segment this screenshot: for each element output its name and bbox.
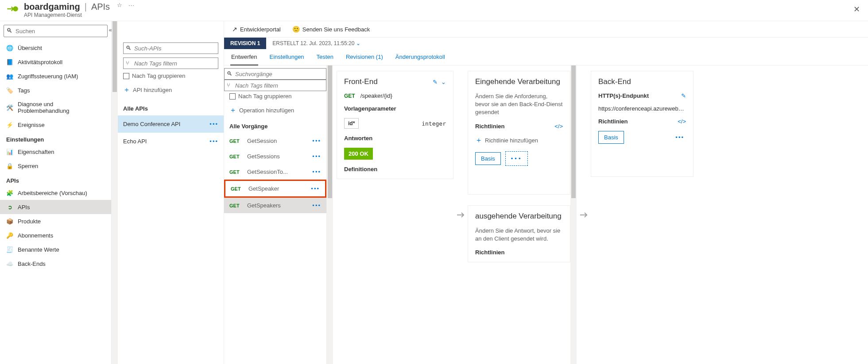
add-operation-button[interactable]: ＋Operation hinzufügen — [224, 101, 326, 119]
tag-icon: 🏷️ — [6, 87, 13, 94]
developer-portal-link[interactable]: ↗Entwicklerportal — [232, 26, 281, 33]
http-method: GET — [231, 186, 244, 192]
tab-changelog[interactable]: Änderungsprotokoll — [395, 49, 446, 65]
ops-group-by-tag-checkbox[interactable]: Nach Tag gruppieren — [224, 91, 326, 101]
revision-badge[interactable]: REVISION 1 — [224, 38, 266, 49]
nav-label: Sperren — [18, 163, 38, 169]
nav-section-settings: Einstellungen — [0, 132, 111, 145]
http-method: GET — [344, 93, 355, 99]
favorite-icon[interactable]: ☆ — [117, 2, 122, 8]
sidebar-scrollbar[interactable] — [112, 21, 118, 364]
nav-products[interactable]: 📦Produkte — [0, 214, 111, 228]
overflow-icon[interactable]: ··· — [128, 2, 135, 8]
code-icon[interactable]: </> — [678, 118, 686, 125]
lock-icon: 🔒 — [6, 162, 13, 169]
key-icon: 🔑 — [6, 232, 13, 239]
sliders-icon: 📊 — [6, 148, 13, 155]
nav-tags[interactable]: 🏷️Tags — [0, 83, 111, 97]
nav-overview[interactable]: 🌐Übersicht — [0, 41, 111, 55]
card-frontend: Front-End ✎ ⌄ GET/speaker/{id} Vorlagenp… — [337, 71, 453, 179]
basis-chip[interactable]: Basis — [475, 152, 501, 165]
more-icon[interactable]: ••• — [674, 134, 686, 141]
nav-events[interactable]: ⚡Ereignisse — [0, 118, 111, 132]
http-method: GET — [229, 138, 243, 144]
ops-scrollbar[interactable] — [327, 65, 333, 364]
more-icon[interactable]: ••• — [311, 185, 320, 192]
api-item-demo-conference[interactable]: Demo Conference API••• — [118, 115, 224, 133]
endpoint-label: HTTP(s)-Endpunkt — [598, 92, 649, 99]
op-name: GetSessions — [247, 153, 308, 160]
tab-design[interactable]: Entwerfen — [230, 49, 258, 65]
nav-properties[interactable]: 📊Eigenschaften — [0, 145, 111, 159]
group-by-tag-checkbox[interactable]: Nach Tag gruppieren — [118, 71, 224, 81]
frontend-title: Front-End — [344, 77, 378, 86]
edit-icon[interactable]: ✎ — [681, 92, 686, 99]
inbound-scrollbar[interactable] — [570, 65, 577, 364]
nav-workspaces[interactable]: 🧩Arbeitsbereiche (Vorschau) — [0, 186, 111, 200]
more-icon[interactable]: ••• — [312, 202, 321, 209]
api-name: Demo Conference API — [123, 121, 180, 127]
response-200-badge: 200 OK — [344, 148, 373, 160]
api-item-echo[interactable]: Echo API••• — [118, 133, 224, 150]
flow-arrow-icon — [453, 65, 468, 364]
op-getsessiontopics[interactable]: GETGetSessionTo...••• — [224, 164, 326, 180]
bolt-icon: ⚡ — [6, 121, 13, 128]
api-search-input[interactable] — [123, 42, 218, 54]
op-getsession[interactable]: GETGetSession••• — [224, 133, 326, 149]
nav-label: Zugriffssteuerung (IAM) — [18, 73, 78, 80]
wrench-icon: 🛠️ — [6, 104, 13, 111]
param-type: integer — [422, 120, 446, 127]
all-apis-heading[interactable]: Alle APIs — [118, 99, 224, 115]
add-policy-button[interactable]: ＋Richtlinie hinzufügen — [475, 136, 563, 145]
inbound-title: Eingehende Verarbeitung — [475, 77, 560, 86]
card-backend: Back-End HTTP(s)-Endpunkt ✎ https://conf… — [591, 71, 694, 177]
nav-label: Produkte — [18, 218, 41, 225]
plus-icon: ＋ — [475, 136, 482, 145]
inbound-desc: Ändern Sie die Anforderung, bevor sie an… — [475, 92, 563, 117]
more-icon[interactable]: ••• — [312, 138, 321, 144]
nav-label: Aktivitätsprotokoll — [18, 59, 62, 65]
tab-revisions[interactable]: Revisionen (1) — [345, 49, 384, 65]
op-getspeaker[interactable]: GETGetSpeaker••• — [224, 180, 326, 198]
operations-tag-filter-input[interactable] — [224, 80, 326, 91]
chevron-down-icon[interactable]: ⌄ — [356, 40, 360, 46]
nav-diagnose[interactable]: 🛠️Diagnose und Problembehandlung — [0, 97, 111, 118]
edit-icon[interactable]: ✎ — [433, 79, 438, 85]
close-icon[interactable]: ✕ — [851, 2, 863, 17]
param-id-chip: id* — [344, 118, 359, 129]
table-icon: 🧾 — [6, 246, 13, 253]
more-icon[interactable]: ••• — [209, 121, 218, 127]
checkbox-icon — [123, 73, 129, 79]
more-icon[interactable]: ••• — [312, 153, 321, 160]
chevron-down-icon[interactable]: ⌄ — [441, 79, 446, 85]
api-tag-filter-input[interactable] — [123, 57, 218, 69]
backend-title: Back-End — [598, 77, 631, 86]
http-method: GET — [229, 169, 243, 175]
nav-access-control[interactable]: 👥Zugriffssteuerung (IAM) — [0, 69, 111, 83]
more-chip[interactable]: ••• — [505, 151, 528, 166]
nav-backends[interactable]: ☁️Back-Ends — [0, 257, 111, 271]
revision-created-label: ERSTELLT 12. Jul. 2023, 11:55:20 — [272, 40, 354, 46]
sidebar-search-input[interactable] — [4, 25, 108, 37]
nav-named-values[interactable]: 🧾Benannte Werte — [0, 242, 111, 257]
service-name: boardgaming — [24, 2, 80, 12]
add-api-button[interactable]: ＋API hinzufügen — [118, 81, 224, 99]
all-operations-heading[interactable]: Alle Vorgänge — [224, 119, 326, 133]
tab-test[interactable]: Testen — [316, 49, 334, 65]
nav-locks[interactable]: 🔒Sperren — [0, 159, 111, 173]
nav-subscriptions[interactable]: 🔑Abonnements — [0, 228, 111, 242]
op-getspeakers[interactable]: GETGetSpeakers••• — [224, 198, 326, 213]
tab-settings[interactable]: Einstellungen — [269, 49, 305, 65]
feedback-link[interactable]: 🙂Senden Sie uns Feedback — [292, 26, 370, 33]
more-icon[interactable]: ••• — [209, 138, 218, 145]
plus-icon: ＋ — [229, 106, 236, 115]
code-icon[interactable]: </> — [554, 123, 563, 130]
more-icon[interactable]: ••• — [312, 169, 321, 175]
search-icon: 🔍︎ — [6, 27, 12, 34]
operations-search-input[interactable] — [224, 68, 326, 80]
basis-chip[interactable]: Basis — [598, 131, 624, 144]
nav-apis[interactable]: ➲APIs — [0, 200, 111, 214]
api-name: Echo API — [123, 138, 147, 145]
op-getsessions[interactable]: GETGetSessions••• — [224, 149, 326, 164]
nav-activity-log[interactable]: 📘Aktivitätsprotokoll — [0, 55, 111, 69]
